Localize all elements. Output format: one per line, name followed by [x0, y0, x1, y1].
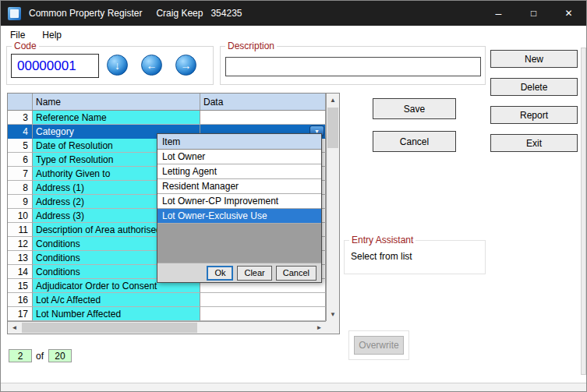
action-buttons: NewDeleteReportExit [490, 50, 578, 152]
delete-button[interactable]: Delete [490, 78, 578, 96]
exit-button[interactable]: Exit [490, 134, 578, 152]
nav-next-button[interactable]: → [175, 55, 196, 76]
popup-empty-area [157, 224, 321, 263]
cancel-button[interactable]: Cancel [276, 266, 316, 281]
row-number: 15 [8, 279, 33, 293]
overwrite-panel: Overwrite [348, 330, 409, 360]
minimize-button[interactable]: – [481, 1, 516, 26]
item-picker-popup: Item Lot OwnerLetting AgentResident Mana… [157, 133, 322, 283]
cancel-button[interactable]: Cancel [373, 131, 456, 152]
maximize-button[interactable]: □ [516, 1, 551, 26]
code-label: Code [12, 41, 39, 51]
scroll-down-icon[interactable]: ▼ [327, 308, 339, 321]
record-current-indicator: 2 [9, 349, 32, 362]
horizontal-scroll-thumb[interactable] [22, 323, 197, 333]
scroll-right-icon[interactable]: ► [313, 322, 326, 334]
row-number: 4 [8, 125, 33, 139]
menu-item-help[interactable]: Help [34, 27, 69, 43]
overwrite-button[interactable]: Overwrite [354, 336, 404, 355]
row-number: 8 [8, 181, 33, 195]
vertical-scroll-thumb[interactable] [327, 108, 338, 148]
close-button[interactable]: ✕ [551, 1, 586, 26]
row-number: 5 [8, 139, 33, 153]
window-title-group: Common Property Register Craig Keep 3542… [29, 8, 242, 19]
row-number: 12 [8, 237, 33, 251]
entry-assistant-title: Entry Assistant [349, 235, 415, 245]
new-button[interactable]: New [490, 50, 578, 68]
grid-header-rownum [8, 94, 33, 110]
app-icon [8, 7, 21, 20]
record-of-label: of [36, 351, 44, 362]
scroll-left-icon[interactable]: ◄ [8, 322, 21, 334]
popup-item[interactable]: Letting Agent [157, 164, 321, 179]
window-title: Common Property Register [29, 8, 142, 19]
row-number: 16 [8, 293, 33, 307]
window-bottom-edge [1, 383, 587, 392]
row-number: 7 [8, 167, 33, 181]
row-data[interactable] [200, 111, 326, 125]
report-button[interactable]: Report [490, 106, 578, 124]
popup-item[interactable]: Lot Owner-CP Improvement [157, 194, 321, 209]
title-bar: Common Property Register Craig Keep 3542… [1, 1, 586, 26]
ok-button[interactable]: Ok [207, 266, 233, 281]
app-window: Common Property Register Craig Keep 3542… [0, 0, 587, 392]
row-data[interactable] [200, 307, 326, 321]
save-button[interactable]: Save [373, 98, 456, 119]
window-vertical-scrollbar[interactable] [581, 48, 586, 375]
row-data[interactable] [200, 293, 326, 307]
grid-header-data: Data [200, 94, 326, 110]
popup-header: Item [157, 134, 321, 150]
grid-vertical-scrollbar[interactable]: ▲ ▼ [326, 94, 339, 321]
scroll-up-icon[interactable]: ▲ [327, 94, 339, 107]
popup-item[interactable]: Lot Owner [157, 150, 321, 164]
popup-item[interactable]: Resident Manager [157, 179, 321, 194]
scrollbar-corner [326, 321, 339, 334]
popup-footer: OkClearCancel [157, 263, 321, 282]
entry-assistant-panel: Entry Assistant Select from list [344, 240, 486, 274]
record-total-indicator: 20 [48, 349, 72, 362]
window-title-user: Craig Keep [156, 8, 203, 19]
popup-item[interactable]: Lot Owner-Exclusive Use [157, 209, 321, 224]
description-input[interactable] [225, 57, 481, 76]
nav-previous-button[interactable]: ← [141, 55, 162, 76]
code-input[interactable] [11, 54, 99, 78]
grid-header-name: Name [33, 94, 200, 110]
grid-horizontal-scrollbar[interactable]: ◄ ► [8, 321, 326, 334]
row-name[interactable]: Lot A/c Affected [33, 293, 200, 307]
row-number: 14 [8, 265, 33, 279]
row-number: 13 [8, 251, 33, 265]
grid-row[interactable]: 3Reference Name [8, 111, 326, 125]
grid-header: Name Data [8, 94, 326, 111]
grid-row[interactable]: 16Lot A/c Affected [8, 293, 326, 307]
window-controls: – □ ✕ [481, 1, 586, 26]
entry-assistant-text: Select from list [351, 251, 412, 262]
nav-down-button[interactable]: ↓ [107, 55, 128, 76]
row-number: 6 [8, 153, 33, 167]
row-number: 11 [8, 223, 33, 237]
code-panel: Code ↓ ← → [6, 46, 214, 85]
row-number: 3 [8, 111, 33, 125]
window-title-id: 354235 [210, 8, 242, 19]
description-panel: Description [220, 46, 486, 85]
grid-row[interactable]: 17Lot Number Affected [8, 307, 326, 321]
description-label: Description [225, 41, 277, 51]
row-number: 10 [8, 209, 33, 223]
menu-bar: FileHelp [1, 26, 586, 44]
row-name[interactable]: Lot Number Affected [33, 307, 200, 321]
clear-button[interactable]: Clear [237, 266, 271, 281]
row-name[interactable]: Reference Name [33, 111, 200, 125]
row-number: 17 [8, 307, 33, 321]
row-number: 9 [8, 195, 33, 209]
